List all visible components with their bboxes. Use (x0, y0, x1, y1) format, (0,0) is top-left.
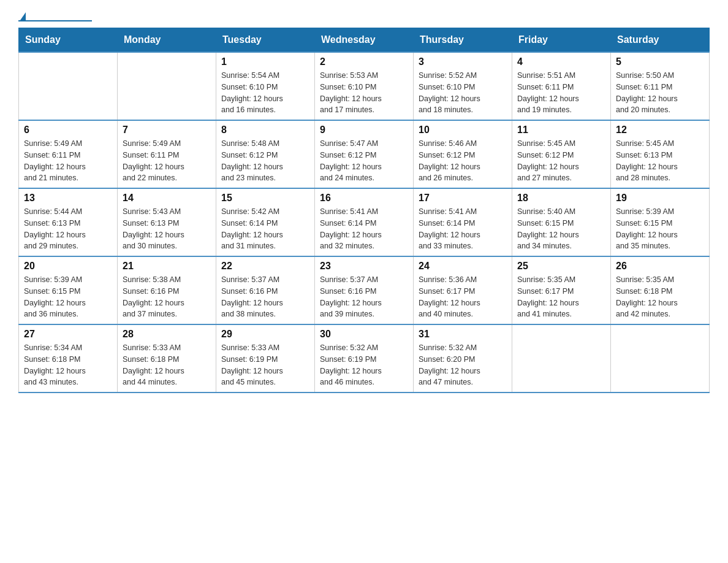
day-number: 15 (221, 193, 309, 204)
day-number: 11 (517, 124, 605, 136)
day-number: 14 (123, 193, 211, 204)
weekday-header-sunday: Sunday (19, 28, 118, 53)
day-sun-info: Sunrise: 5:50 AM Sunset: 6:11 PM Dayligh… (616, 70, 704, 116)
calendar-cell: 29Sunrise: 5:33 AM Sunset: 6:19 PM Dayli… (216, 324, 315, 393)
weekday-header-row: SundayMondayTuesdayWednesdayThursdayFrid… (19, 28, 710, 53)
day-number: 22 (221, 261, 309, 272)
day-sun-info: Sunrise: 5:45 AM Sunset: 6:12 PM Dayligh… (517, 138, 605, 184)
calendar-cell: 10Sunrise: 5:46 AM Sunset: 6:12 PM Dayli… (414, 120, 512, 188)
day-number: 6 (24, 124, 112, 136)
calendar-cell: 16Sunrise: 5:41 AM Sunset: 6:14 PM Dayli… (315, 188, 414, 256)
day-number: 3 (419, 56, 507, 67)
weekday-header-monday: Monday (118, 28, 216, 53)
day-number: 9 (320, 124, 408, 136)
day-sun-info: Sunrise: 5:39 AM Sunset: 6:15 PM Dayligh… (616, 206, 704, 252)
day-sun-info: Sunrise: 5:42 AM Sunset: 6:14 PM Dayligh… (221, 206, 309, 252)
day-sun-info: Sunrise: 5:39 AM Sunset: 6:15 PM Dayligh… (24, 274, 112, 320)
day-sun-info: Sunrise: 5:33 AM Sunset: 6:19 PM Dayligh… (221, 342, 309, 388)
calendar-cell: 25Sunrise: 5:35 AM Sunset: 6:17 PM Dayli… (512, 256, 611, 324)
weekday-header-friday: Friday (512, 28, 611, 53)
day-sun-info: Sunrise: 5:34 AM Sunset: 6:18 PM Dayligh… (24, 342, 112, 388)
day-number: 31 (419, 329, 507, 340)
calendar-week-row: 6Sunrise: 5:49 AM Sunset: 6:11 PM Daylig… (19, 120, 710, 188)
calendar-cell: 14Sunrise: 5:43 AM Sunset: 6:13 PM Dayli… (118, 188, 216, 256)
calendar-cell: 11Sunrise: 5:45 AM Sunset: 6:12 PM Dayli… (512, 120, 611, 188)
day-sun-info: Sunrise: 5:41 AM Sunset: 6:14 PM Dayligh… (419, 206, 507, 252)
calendar-week-row: 20Sunrise: 5:39 AM Sunset: 6:15 PM Dayli… (19, 256, 710, 324)
calendar-cell: 23Sunrise: 5:37 AM Sunset: 6:16 PM Dayli… (315, 256, 414, 324)
calendar-cell: 13Sunrise: 5:44 AM Sunset: 6:13 PM Dayli… (19, 188, 118, 256)
day-number: 21 (123, 261, 211, 272)
logo-triangle-icon (20, 12, 26, 20)
day-number: 1 (221, 56, 309, 67)
day-sun-info: Sunrise: 5:32 AM Sunset: 6:20 PM Dayligh… (419, 342, 507, 388)
calendar-cell: 21Sunrise: 5:38 AM Sunset: 6:16 PM Dayli… (118, 256, 216, 324)
day-sun-info: Sunrise: 5:40 AM Sunset: 6:15 PM Dayligh… (517, 206, 605, 252)
calendar-cell (611, 324, 710, 393)
day-sun-info: Sunrise: 5:37 AM Sunset: 6:16 PM Dayligh… (221, 274, 309, 320)
day-number: 17 (419, 193, 507, 204)
calendar-cell: 8Sunrise: 5:48 AM Sunset: 6:12 PM Daylig… (216, 120, 315, 188)
calendar-cell: 18Sunrise: 5:40 AM Sunset: 6:15 PM Dayli… (512, 188, 611, 256)
calendar-cell: 15Sunrise: 5:42 AM Sunset: 6:14 PM Dayli… (216, 188, 315, 256)
calendar-cell: 26Sunrise: 5:35 AM Sunset: 6:18 PM Dayli… (611, 256, 710, 324)
logo-underline (18, 20, 92, 21)
day-number: 12 (616, 124, 704, 136)
day-sun-info: Sunrise: 5:45 AM Sunset: 6:13 PM Dayligh… (616, 138, 704, 184)
day-number: 13 (24, 193, 112, 204)
day-sun-info: Sunrise: 5:35 AM Sunset: 6:18 PM Dayligh… (616, 274, 704, 320)
calendar-cell: 27Sunrise: 5:34 AM Sunset: 6:18 PM Dayli… (19, 324, 118, 393)
calendar-cell: 9Sunrise: 5:47 AM Sunset: 6:12 PM Daylig… (315, 120, 414, 188)
calendar-cell: 28Sunrise: 5:33 AM Sunset: 6:18 PM Dayli… (118, 324, 216, 393)
calendar-cell (19, 52, 118, 120)
day-number: 27 (24, 329, 112, 340)
day-sun-info: Sunrise: 5:35 AM Sunset: 6:17 PM Dayligh… (517, 274, 605, 320)
calendar-cell: 2Sunrise: 5:53 AM Sunset: 6:10 PM Daylig… (315, 52, 414, 120)
logo (18, 12, 92, 21)
weekday-header-wednesday: Wednesday (315, 28, 414, 53)
day-sun-info: Sunrise: 5:54 AM Sunset: 6:10 PM Dayligh… (221, 70, 309, 116)
day-number: 4 (517, 56, 605, 67)
weekday-header-saturday: Saturday (611, 28, 710, 53)
calendar-cell: 19Sunrise: 5:39 AM Sunset: 6:15 PM Dayli… (611, 188, 710, 256)
day-sun-info: Sunrise: 5:38 AM Sunset: 6:16 PM Dayligh… (123, 274, 211, 320)
day-sun-info: Sunrise: 5:48 AM Sunset: 6:12 PM Dayligh… (221, 138, 309, 184)
day-number: 29 (221, 329, 309, 340)
page-header (18, 12, 710, 21)
calendar-cell: 1Sunrise: 5:54 AM Sunset: 6:10 PM Daylig… (216, 52, 315, 120)
day-number: 19 (616, 193, 704, 204)
day-number: 7 (123, 124, 211, 136)
calendar-cell: 30Sunrise: 5:32 AM Sunset: 6:19 PM Dayli… (315, 324, 414, 393)
calendar-cell: 17Sunrise: 5:41 AM Sunset: 6:14 PM Dayli… (414, 188, 512, 256)
day-number: 5 (616, 56, 704, 67)
day-number: 30 (320, 329, 408, 340)
day-sun-info: Sunrise: 5:51 AM Sunset: 6:11 PM Dayligh… (517, 70, 605, 116)
day-sun-info: Sunrise: 5:49 AM Sunset: 6:11 PM Dayligh… (123, 138, 211, 184)
day-sun-info: Sunrise: 5:36 AM Sunset: 6:17 PM Dayligh… (419, 274, 507, 320)
day-number: 23 (320, 261, 408, 272)
day-sun-info: Sunrise: 5:37 AM Sunset: 6:16 PM Dayligh… (320, 274, 408, 320)
calendar-cell: 31Sunrise: 5:32 AM Sunset: 6:20 PM Dayli… (414, 324, 512, 393)
day-sun-info: Sunrise: 5:33 AM Sunset: 6:18 PM Dayligh… (123, 342, 211, 388)
calendar-cell: 5Sunrise: 5:50 AM Sunset: 6:11 PM Daylig… (611, 52, 710, 120)
day-sun-info: Sunrise: 5:52 AM Sunset: 6:10 PM Dayligh… (419, 70, 507, 116)
day-number: 24 (419, 261, 507, 272)
calendar-week-row: 13Sunrise: 5:44 AM Sunset: 6:13 PM Dayli… (19, 188, 710, 256)
calendar-cell: 22Sunrise: 5:37 AM Sunset: 6:16 PM Dayli… (216, 256, 315, 324)
day-sun-info: Sunrise: 5:32 AM Sunset: 6:19 PM Dayligh… (320, 342, 408, 388)
day-sun-info: Sunrise: 5:49 AM Sunset: 6:11 PM Dayligh… (24, 138, 112, 184)
calendar-cell: 4Sunrise: 5:51 AM Sunset: 6:11 PM Daylig… (512, 52, 611, 120)
weekday-header-tuesday: Tuesday (216, 28, 315, 53)
day-sun-info: Sunrise: 5:46 AM Sunset: 6:12 PM Dayligh… (419, 138, 507, 184)
calendar-cell: 24Sunrise: 5:36 AM Sunset: 6:17 PM Dayli… (414, 256, 512, 324)
day-number: 2 (320, 56, 408, 67)
calendar-cell: 7Sunrise: 5:49 AM Sunset: 6:11 PM Daylig… (118, 120, 216, 188)
calendar-cell (118, 52, 216, 120)
day-sun-info: Sunrise: 5:43 AM Sunset: 6:13 PM Dayligh… (123, 206, 211, 252)
calendar-cell: 20Sunrise: 5:39 AM Sunset: 6:15 PM Dayli… (19, 256, 118, 324)
calendar-week-row: 1Sunrise: 5:54 AM Sunset: 6:10 PM Daylig… (19, 52, 710, 120)
calendar-cell: 6Sunrise: 5:49 AM Sunset: 6:11 PM Daylig… (19, 120, 118, 188)
calendar-cell: 3Sunrise: 5:52 AM Sunset: 6:10 PM Daylig… (414, 52, 512, 120)
day-number: 8 (221, 124, 309, 136)
weekday-header-thursday: Thursday (414, 28, 512, 53)
